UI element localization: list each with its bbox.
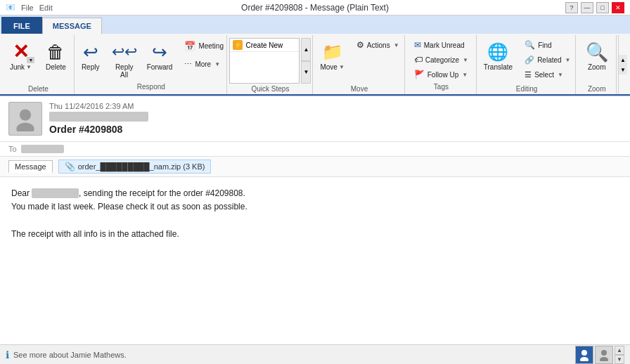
junk-button[interactable]: ✕ ▼ Junk ▼ [4, 38, 37, 74]
delete-button[interactable]: 🗑 Delete [39, 38, 72, 74]
attachment-file[interactable]: 📎 order_█████████_nam.zip (3 KB) [58, 160, 212, 174]
message-tab-label: Message [15, 162, 46, 171]
status-scroll: ▲ ▼ [615, 346, 624, 364]
ribbon: FILE MESSAGE ✕ ▼ Junk ▼ [0, 15, 630, 96]
title-bar-menu-file[interactable]: File [21, 4, 34, 12]
translate-label: Translate [484, 63, 513, 71]
forward-icon: ↪ [148, 41, 171, 63]
zoom-button[interactable]: 🔍 Zoom [581, 38, 613, 74]
actions-label: Actions [367, 41, 390, 49]
status-scroll-down[interactable]: ▼ [615, 355, 624, 364]
body-paragraph-3: The receipt with all info is in the atta… [11, 228, 619, 241]
actions-icon: ⚙ [356, 40, 364, 50]
delete-icon: 🗑 [44, 41, 67, 63]
quick-steps-container: ⚡ Create New ▲ ▼ [229, 38, 311, 84]
mark-unread-button[interactable]: ✉ Mark Unread [410, 38, 472, 52]
junk-dropdown-arrow: ▼ [26, 64, 32, 70]
maximize-button[interactable]: □ [596, 2, 609, 13]
reply-all-label: ReplyAll [115, 63, 134, 79]
translate-icon: 🌐 [487, 41, 509, 63]
more-label: More [195, 60, 211, 68]
status-avatar-btn-2[interactable] [595, 346, 613, 364]
categorize-button[interactable]: 🏷 Categorize ▼ [410, 53, 472, 67]
group-zoom-label: Zoom [581, 85, 612, 93]
ribbon-content: ✕ ▼ Junk ▼ 🗑 Delete Delete [0, 34, 630, 96]
title-bar-menu-edit[interactable]: Edit [39, 4, 53, 12]
ribbon-scroll-up[interactable]: ▲ [619, 55, 627, 65]
create-new-label: Create New [245, 41, 283, 49]
message-to-row: To [0, 142, 630, 157]
create-new-icon: ⚡ [233, 40, 243, 50]
status-text: See more about Jamie Mathews. [13, 351, 127, 359]
body-paragraph-1: Dear , sending the receipt for the order… [11, 187, 619, 200]
related-label: Related [537, 56, 561, 64]
meeting-icon: 📅 [184, 41, 195, 51]
group-delete-inner: ✕ ▼ Junk ▼ 🗑 Delete [4, 38, 72, 84]
forward-label: Forward [147, 63, 173, 71]
actions-button[interactable]: ⚙ Actions ▼ [352, 38, 404, 52]
status-left: ℹ See more about Jamie Mathews. [6, 349, 127, 360]
move-icon: 📁 [321, 41, 344, 63]
related-button[interactable]: 🔗 Related ▼ [520, 53, 574, 67]
message-from [49, 112, 622, 122]
reply-button[interactable]: ↩ Reply [75, 38, 107, 74]
reply-all-icon: ↩↩ [113, 41, 136, 63]
group-move-label: Move [319, 85, 400, 93]
svg-point-4 [601, 350, 607, 356]
categorize-label: Categorize [425, 56, 459, 64]
close-button[interactable]: ✕ [612, 2, 624, 13]
select-button[interactable]: ☰ Select ▼ [520, 68, 574, 82]
find-label: Find [538, 41, 551, 49]
message-header: Thu 11/24/2016 2:39 AM Order #4209808 [0, 96, 630, 142]
group-editing-inner: 🌐 Translate 🔍 Find 🔗 Related ▼ [479, 38, 575, 84]
group-delete-label: Delete [7, 85, 70, 93]
to-label: To [8, 145, 17, 153]
attachment-filename: order_█████████_nam.zip (3 KB) [78, 162, 205, 171]
group-move-inner: 📁 Move ▼ ⚙ Actions ▼ [315, 38, 403, 84]
mark-unread-icon: ✉ [414, 40, 421, 50]
create-new-item[interactable]: ⚡ Create New [230, 39, 299, 52]
status-scroll-up[interactable]: ▲ [615, 346, 624, 355]
quick-steps-scroll-down[interactable]: ▼ [301, 61, 311, 84]
message-subject: Order #4209808 [49, 124, 622, 135]
move-button[interactable]: 📁 Move ▼ [315, 38, 349, 74]
tab-message[interactable]: MESSAGE [42, 18, 102, 34]
forward-button[interactable]: ↪ Forward [142, 38, 178, 74]
group-delete: ✕ ▼ Junk ▼ 🗑 Delete Delete [3, 35, 75, 94]
minimize-button[interactable]: — [581, 2, 593, 13]
ribbon-scroll: ▲ ▼ [618, 35, 627, 94]
status-avatar-btn-1[interactable] [575, 346, 593, 364]
ribbon-scroll-down[interactable]: ▼ [619, 65, 627, 74]
more-dropdown-arrow: ▼ [214, 61, 220, 67]
status-bar: ℹ See more about Jamie Mathews. ▲ ▼ [0, 344, 630, 364]
meeting-button[interactable]: 📅 Meeting [180, 38, 228, 54]
respond-extra: 📅 Meeting ⋯ More ▼ [180, 38, 228, 72]
quick-steps-scroll-up[interactable]: ▲ [301, 38, 311, 61]
group-editing: 🌐 Translate 🔍 Find 🔗 Related ▼ [478, 35, 577, 94]
translate-button[interactable]: 🌐 Translate [479, 38, 518, 74]
categorize-icon: 🏷 [414, 55, 423, 65]
attachments-row: Message 📎 order_█████████_nam.zip (3 KB) [0, 157, 630, 177]
find-icon: 🔍 [525, 40, 535, 50]
related-icon: 🔗 [525, 56, 534, 65]
follow-up-icon: 🚩 [414, 70, 425, 79]
reply-icon: ↩ [79, 41, 102, 63]
svg-point-1 [16, 122, 34, 131]
tab-file[interactable]: FILE [1, 17, 42, 34]
tab-bar: FILE MESSAGE [0, 15, 630, 34]
more-button[interactable]: ⋯ More ▼ [180, 57, 228, 72]
meeting-label: Meeting [198, 42, 224, 50]
group-tags-label: Tags [411, 83, 472, 91]
reply-all-button[interactable]: ↩↩ ReplyAll [108, 38, 141, 82]
sender-avatar [8, 102, 42, 136]
delete-label: Delete [46, 63, 66, 71]
message-body: Dear , sending the receipt for the order… [0, 177, 630, 344]
message-tab[interactable]: Message [8, 160, 53, 173]
message-header-top: Thu 11/24/2016 2:39 AM Order #4209808 [8, 102, 622, 136]
follow-up-button[interactable]: 🚩 Follow Up ▼ [410, 67, 472, 82]
group-tags-inner: ✉ Mark Unread 🏷 Categorize ▼ 🚩 Follow Up… [410, 38, 472, 82]
group-quick-steps: ⚡ Create New ▲ ▼ Quick Steps [229, 35, 313, 94]
help-button[interactable]: ? [565, 2, 578, 13]
find-button[interactable]: 🔍 Find [520, 38, 574, 52]
message-area: Thu 11/24/2016 2:39 AM Order #4209808 To… [0, 96, 630, 344]
